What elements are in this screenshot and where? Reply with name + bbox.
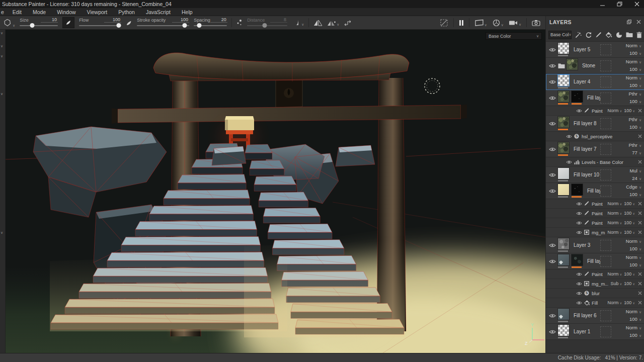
remove-effect-icon[interactable] — [638, 160, 642, 164]
opacity-select[interactable]: 100 — [629, 316, 641, 322]
eye-visibility-toggle[interactable] — [566, 134, 574, 139]
eye-visibility-toggle[interactable] — [576, 211, 584, 216]
eye-visibility-toggle[interactable] — [576, 291, 584, 296]
remove-effect-icon[interactable] — [638, 221, 642, 225]
blend-mode-select[interactable]: Mul — [630, 168, 641, 173]
layer-row-fill-layer-10[interactable]: Fill layer 10Mul24 — [546, 167, 644, 183]
eye-visibility-toggle[interactable] — [549, 63, 558, 68]
size-value[interactable]: 10 — [41, 17, 58, 23]
blend-mode-select[interactable]: Norm — [626, 238, 641, 244]
eye-visibility-toggle[interactable] — [576, 230, 584, 235]
eye-visibility-toggle[interactable] — [576, 109, 584, 113]
blend-mode-select[interactable]: Norm — [626, 59, 641, 64]
effect-row-hsl-perceptive[interactable]: Shsl_perceptive — [546, 132, 644, 141]
opacity-select[interactable]: 100 — [629, 262, 641, 267]
remove-effect-icon[interactable] — [638, 202, 642, 206]
flow-slider[interactable] — [79, 23, 121, 28]
menu-item-mode[interactable]: Mode — [27, 8, 51, 16]
opacity-select[interactable]: 24 — [632, 175, 641, 181]
layer-row-stone[interactable]: StoneNorm100 — [546, 58, 644, 74]
effect-opacity-select[interactable]: 100 — [624, 281, 635, 286]
layer-row-layer-4[interactable]: Layer 4Norm100 — [546, 74, 644, 90]
menu-item-javascript[interactable]: JavaScript — [140, 8, 176, 16]
blend-mode-select[interactable]: Pthr — [628, 142, 641, 148]
add-paint-layer-icon[interactable] — [595, 32, 602, 38]
blend-mode-select[interactable]: Norm — [626, 309, 641, 314]
size-slider[interactable] — [20, 23, 58, 28]
spacing-value[interactable]: 20 — [210, 17, 227, 23]
eye-visibility-toggle[interactable] — [549, 172, 558, 177]
blend-mode-select[interactable]: Pthr — [628, 117, 641, 122]
layer-thumbnail[interactable] — [558, 75, 569, 86]
effect-opacity-select[interactable]: 100 — [624, 211, 635, 216]
opacity-select[interactable]: 100 — [629, 332, 641, 338]
layer-thumbnail[interactable] — [558, 91, 569, 102]
spacing-slider[interactable] — [194, 23, 227, 28]
stroke-opacity-value[interactable]: 100 — [172, 17, 189, 23]
material-view-icon[interactable]: ∨ — [492, 19, 504, 27]
eye-visibility-toggle[interactable] — [549, 47, 558, 52]
effect-row-mg-m[interactable]: mg_m...Sub100 — [546, 279, 644, 289]
opacity-select[interactable]: 100 — [629, 124, 641, 130]
remove-effect-icon[interactable] — [638, 134, 642, 138]
delete-layer-trash-icon[interactable] — [636, 32, 642, 38]
symmetry-options-icon[interactable]: ∨ — [327, 20, 339, 26]
display-settings-icon[interactable]: ∨ — [474, 19, 487, 27]
flow-stamp-icon[interactable] — [126, 19, 132, 26]
menu-item-help[interactable]: Help — [176, 8, 198, 16]
menu-item-window[interactable]: Window — [51, 8, 81, 16]
eye-visibility-toggle[interactable] — [576, 301, 584, 305]
opacity-select[interactable]: 77 — [632, 150, 641, 155]
menu-item-file-partial[interactable]: e — [0, 8, 7, 16]
stroke-opacity-slider[interactable] — [137, 23, 189, 28]
add-group-folder-icon[interactable] — [626, 32, 633, 38]
eye-visibility-toggle[interactable] — [576, 282, 584, 286]
eye-visibility-toggle[interactable] — [549, 313, 558, 318]
eye-visibility-toggle[interactable] — [576, 272, 584, 277]
opacity-select[interactable]: 100 — [629, 99, 641, 104]
effect-blend-select[interactable]: Norm — [607, 108, 622, 113]
layer-thumbnail[interactable] — [572, 184, 583, 195]
channel-filter-dropdown[interactable]: Base Col — [548, 31, 572, 39]
layer-thumbnail[interactable] — [558, 254, 569, 265]
eye-visibility-toggle[interactable] — [566, 160, 574, 164]
layer-row-layer-3[interactable]: Layer 3Norm100 — [546, 237, 644, 253]
effect-row-blur[interactable]: Sblur — [546, 289, 644, 298]
effect-opacity-select[interactable]: 100 — [624, 230, 635, 235]
layer-thumbnail[interactable] — [572, 254, 583, 265]
effect-blend-select[interactable]: Norm — [607, 300, 622, 305]
effect-row-paint[interactable]: PaintNorm100 — [546, 209, 644, 218]
layer-row-layer-5[interactable]: Layer 5Norm100 — [546, 42, 644, 58]
effect-opacity-select[interactable]: 100 — [624, 220, 635, 225]
layer-thumbnail[interactable] — [558, 43, 569, 54]
layer-thumbnail[interactable] — [558, 238, 569, 249]
minimize-button[interactable] — [600, 2, 606, 7]
close-panel-icon[interactable] — [636, 19, 641, 25]
layer-row-fill-layer-8[interactable]: Fill layer 8Pthr100 — [546, 116, 644, 132]
eye-visibility-toggle[interactable] — [549, 121, 558, 126]
effect-row-paint[interactable]: PaintNorm100 — [546, 269, 644, 279]
layer-thumbnail[interactable] — [572, 91, 583, 102]
remove-effect-icon[interactable] — [638, 211, 642, 215]
eye-visibility-toggle[interactable] — [549, 79, 558, 84]
effect-row-paint[interactable]: PaintNorm100 — [546, 106, 644, 116]
camera-view-icon[interactable]: ∨ — [509, 20, 521, 26]
menu-item-edit[interactable]: Edit — [7, 8, 27, 16]
effect-row-fill[interactable]: FillNorm100 — [546, 298, 644, 308]
effect-blend-select[interactable]: Norm — [607, 272, 622, 277]
layer-thumbnail[interactable] — [558, 168, 569, 179]
lazy-mouse-icon[interactable] — [344, 20, 352, 26]
opacity-select[interactable]: 100 — [629, 82, 641, 88]
close-button[interactable] — [634, 2, 640, 7]
add-fill-layer-icon[interactable] — [605, 32, 612, 38]
layer-thumbnail[interactable] — [558, 309, 569, 320]
remove-effect-icon[interactable] — [638, 109, 642, 113]
effect-row-paint[interactable]: PaintNorm100 — [546, 218, 644, 228]
channel-selector-dropdown[interactable]: Base Color — [486, 32, 542, 40]
layer-thumbnail[interactable] — [567, 59, 578, 70]
effect-row-levels-base-color[interactable]: Levels - Base Color — [546, 157, 644, 167]
effect-row-paint[interactable]: PaintNorm100 — [546, 199, 644, 209]
layer-row-fill-layer-6[interactable]: Fill layer 6Norm100 — [546, 308, 644, 324]
left-dock-strip[interactable] — [0, 30, 6, 353]
eye-visibility-toggle[interactable] — [549, 329, 558, 334]
